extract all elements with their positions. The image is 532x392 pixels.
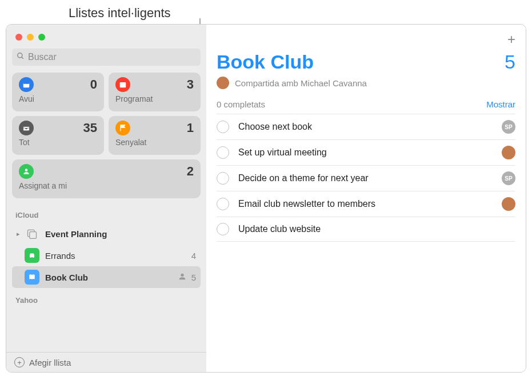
smart-count: 0 [90,77,97,92]
task-row[interactable]: Email club newsletter to members [217,191,515,217]
search-input[interactable]: Buscar [12,49,201,66]
list-title: Book Club [217,51,314,73]
svg-rect-4 [120,82,126,87]
list-name: Event Planning [45,229,196,239]
svg-point-9 [33,257,34,258]
sidebar-list-errands[interactable]: Errands 4 [12,245,201,266]
list-group-icon [25,226,39,241]
shared-with-label: Compartida amb Michael Cavanna [235,78,367,88]
sidebar: Buscar 0 Avui 3 Programat [6,25,206,372]
smart-label: Tot [19,138,97,147]
svg-line-1 [22,57,23,59]
task-title: Set up virtual meeting [238,147,502,158]
assignee-avatar [502,197,515,211]
search-placeholder: Buscar [28,52,57,62]
task-row[interactable]: Update club website [217,217,515,242]
minimize-window-button[interactable] [27,34,34,41]
calendar-today-icon [19,77,34,92]
task-complete-circle[interactable] [217,198,229,210]
smart-count: 1 [187,121,194,135]
task-row[interactable]: Set up virtual meeting [217,140,515,166]
list-name: Errands [45,251,191,261]
account-header-yahoo[interactable]: Yahoo [12,288,201,308]
smart-list-all[interactable]: 35 Tot [12,116,104,155]
add-reminder-button[interactable]: + [507,31,515,47]
smart-lists-grid: 0 Avui 3 Programat 35 [12,73,201,198]
add-list-button[interactable]: + Afegir llista [6,352,206,372]
add-list-label: Afegir llista [29,358,71,367]
task-complete-circle[interactable] [217,146,229,159]
task-complete-circle[interactable] [217,172,229,185]
list-count: 4 [191,251,196,261]
svg-point-0 [18,53,22,58]
smart-list-scheduled[interactable]: 3 Programat [109,73,201,111]
reminders-window: Buscar 0 Avui 3 Programat [6,24,526,373]
task-list: Choose next book SP Set up virtual meeti… [217,114,515,242]
account-header-icloud[interactable]: iCloud [12,203,201,223]
smart-label: Senyalat [115,138,194,147]
task-title: Choose next book [238,122,502,132]
smart-label: Avui [19,94,97,103]
flag-icon [115,121,130,135]
smart-count: 35 [83,121,97,135]
person-icon [19,164,34,179]
book-icon [25,270,39,285]
smart-label: Assignat a mi [19,181,194,190]
task-row[interactable]: Decide on a theme for next year SP [217,166,515,191]
task-complete-circle[interactable] [217,223,229,235]
assignee-badge: SP [502,171,515,185]
fullscreen-window-button[interactable] [38,34,45,41]
calendar-icon [115,77,130,92]
list-count: 5 [191,273,196,282]
chevron-right-icon: ▸ [17,230,25,238]
main-panel: + Book Club 5 Compartida amb Michael Cav… [206,25,526,372]
annotation-smart-lists: Llistes intel·ligents [69,6,526,21]
task-complete-circle[interactable] [217,121,229,133]
svg-point-8 [30,257,31,258]
plus-circle-icon: + [14,357,25,367]
tray-icon [19,121,34,135]
task-title: Email club newsletter to members [238,199,502,209]
sidebar-list-event-planning[interactable]: ▸ Event Planning [12,223,201,245]
window-controls [12,30,201,49]
smart-label: Programat [115,94,194,103]
smart-list-flagged[interactable]: 1 Senyalat [109,116,201,155]
shared-with-row[interactable]: Compartida amb Michael Cavanna [217,77,515,89]
sidebar-list-book-club[interactable]: Book Club 5 [12,266,201,288]
car-icon [25,248,39,263]
task-title: Decide on a theme for next year [238,173,502,183]
list-total-count: 5 [505,51,515,73]
search-icon [17,52,25,62]
smart-list-today[interactable]: 0 Avui [12,73,104,111]
task-row[interactable]: Choose next book SP [217,114,515,140]
close-window-button[interactable] [15,34,22,41]
svg-rect-3 [23,82,30,84]
show-completed-button[interactable]: Mostrar [486,99,515,109]
list-name: Book Club [45,273,178,282]
shared-icon [178,272,187,283]
avatar [217,77,229,89]
assignee-badge: SP [502,120,515,134]
task-title: Update club website [238,224,515,234]
smart-count: 2 [187,164,194,179]
completed-count: 0 completats [217,99,265,109]
smart-count: 3 [187,77,194,92]
svg-rect-7 [30,232,37,239]
smart-list-assigned[interactable]: 2 Assignat a mi [12,159,201,198]
svg-point-10 [181,273,183,276]
assignee-avatar [502,146,515,159]
svg-point-5 [25,169,28,171]
